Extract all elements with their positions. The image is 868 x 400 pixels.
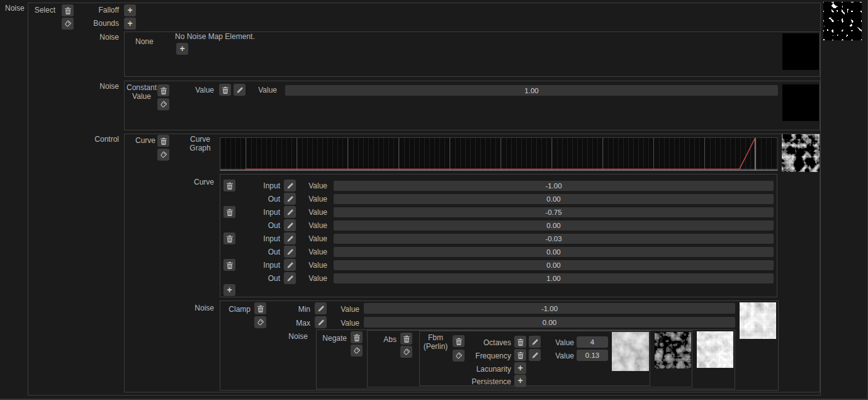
point-input-slider[interactable]: 0.00 <box>334 260 774 270</box>
curve-point-delete-button[interactable] <box>223 259 235 271</box>
pencil-icon <box>286 195 294 203</box>
constant-value-edit-button[interactable] <box>234 84 245 96</box>
clamp-min-slider[interactable]: -1.00 <box>364 303 735 314</box>
curve-graph-svg <box>220 138 777 170</box>
tag-icon <box>160 101 167 108</box>
pencil-icon <box>286 235 294 243</box>
curve-list-label: Curve <box>186 178 214 186</box>
select-label: Select <box>31 6 55 14</box>
point-input-label: Input <box>242 261 280 270</box>
point-input-edit-button[interactable] <box>284 232 296 244</box>
tag-icon <box>257 319 264 326</box>
bounds-add-button[interactable]: + <box>124 18 136 30</box>
pencil-icon <box>286 182 294 190</box>
frequency-edit-button[interactable] <box>529 349 541 361</box>
tag-icon <box>455 352 463 360</box>
abs-tag-button[interactable] <box>400 346 412 358</box>
point-out-edit-button[interactable] <box>284 272 296 284</box>
clamp-max-slider[interactable]: 0.00 <box>364 317 735 328</box>
octaves-value-label: Value <box>551 338 574 347</box>
point-input-slider[interactable]: -1.00 <box>334 181 774 191</box>
fbm-delete-button[interactable] <box>453 335 465 347</box>
point-input-edit-button[interactable] <box>284 180 296 191</box>
trash-icon <box>517 338 524 346</box>
negate-tag-button[interactable] <box>351 345 363 357</box>
add-noise-map-button[interactable]: + <box>176 43 188 55</box>
point-value-label: Value <box>297 181 327 190</box>
curve-point-delete-button[interactable] <box>223 180 235 191</box>
point-out-slider[interactable]: 1.00 <box>334 273 774 283</box>
point-input-slider[interactable]: -0.03 <box>334 234 774 244</box>
trash-icon <box>64 7 72 14</box>
plus-icon: + <box>127 6 132 14</box>
point-out-edit-button[interactable] <box>284 246 296 258</box>
constant-value-label: Value <box>247 86 277 94</box>
bounds-label: Bounds <box>87 19 119 28</box>
constant-delete-button[interactable] <box>157 84 169 96</box>
point-out-slider[interactable]: 0.00 <box>334 194 774 204</box>
point-out-label: Out <box>242 274 280 283</box>
pencil-icon <box>236 86 244 94</box>
point-out-slider[interactable]: 0.00 <box>334 220 774 231</box>
constant-tag-button[interactable] <box>157 98 169 110</box>
select-tag-button[interactable] <box>62 18 74 30</box>
constant-param-label: Value <box>184 86 214 94</box>
constant-value-delete-button[interactable] <box>219 84 231 96</box>
point-input-edit-button[interactable] <box>284 206 296 218</box>
curve-tag-button[interactable] <box>157 149 169 161</box>
clamp-max-edit-button[interactable] <box>315 316 327 328</box>
select-delete-button[interactable] <box>62 4 74 16</box>
point-value-label: Value <box>297 221 327 230</box>
frequency-value-field[interactable]: 0.13 <box>577 350 608 361</box>
point-value-label: Value <box>297 248 327 256</box>
negate-label: Negate <box>317 334 347 343</box>
curve-point-delete-button[interactable] <box>223 206 235 218</box>
point-out-slider[interactable]: 0.00 <box>334 247 774 257</box>
clamp-min-edit-button[interactable] <box>315 302 327 314</box>
pencil-icon <box>286 222 294 229</box>
point-out-edit-button[interactable] <box>284 193 296 205</box>
octaves-value-field[interactable]: 4 <box>577 336 608 348</box>
pencil-icon <box>286 209 294 216</box>
pencil-icon <box>531 351 539 359</box>
curve-point-delete-button[interactable] <box>223 232 235 244</box>
fbm-tag-button[interactable] <box>453 350 465 362</box>
point-input-slider[interactable]: -0.75 <box>334 207 774 217</box>
clamp-tag-button[interactable] <box>254 316 266 328</box>
negate-delete-button[interactable] <box>351 331 363 343</box>
trash-icon <box>226 209 234 216</box>
control-section-side-label: Control <box>84 135 119 144</box>
falloff-add-button[interactable]: + <box>124 4 136 16</box>
curve-type-label: Curve <box>128 136 155 145</box>
plus-icon: + <box>127 19 132 28</box>
abs-delete-button[interactable] <box>400 333 412 345</box>
persistence-add-button[interactable]: + <box>514 375 526 387</box>
trash-icon <box>226 261 234 269</box>
octaves-label: Octaves <box>468 338 511 347</box>
clamp-delete-button[interactable] <box>254 302 266 314</box>
frequency-delete-button[interactable] <box>514 349 526 361</box>
curve-delete-button[interactable] <box>157 135 169 147</box>
clamp-noise-preview <box>740 302 776 339</box>
tag-icon <box>64 20 72 28</box>
curve-graph[interactable] <box>220 137 778 171</box>
octaves-edit-button[interactable] <box>529 336 541 348</box>
clamp-max-value-label: Value <box>329 319 359 328</box>
result-noise-preview <box>823 2 862 40</box>
constant-value-slider[interactable]: 1.00 <box>285 85 778 96</box>
point-value-label: Value <box>297 234 327 243</box>
clamp-min-value-label: Value <box>329 305 359 314</box>
point-input-edit-button[interactable] <box>284 259 296 271</box>
chain-side-label: Noise <box>280 332 308 341</box>
trash-icon <box>455 338 463 345</box>
octaves-delete-button[interactable] <box>514 336 526 348</box>
trash-icon <box>160 87 167 94</box>
pencil-icon <box>531 338 539 346</box>
point-out-edit-button[interactable] <box>284 219 296 231</box>
add-curve-point-button[interactable]: + <box>223 284 235 296</box>
plus-icon: + <box>227 285 232 294</box>
curve-graph-label: Curve Graph <box>186 135 214 152</box>
pencil-icon <box>317 319 325 326</box>
noise-editor-screen: Noise Select Falloff + Bounds + Noise No… <box>0 0 868 400</box>
lacunarity-add-button[interactable]: + <box>514 362 526 374</box>
